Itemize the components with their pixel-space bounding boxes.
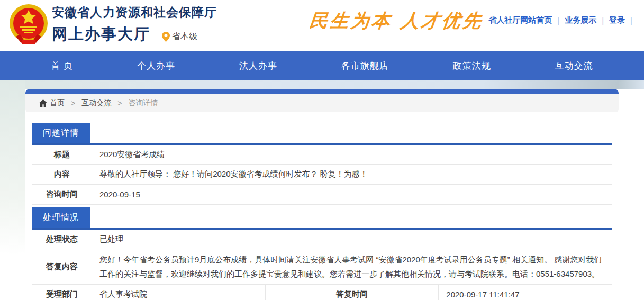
question-section-badge: 问题详情	[32, 123, 90, 143]
link-separator: |	[557, 16, 559, 25]
question-table: 标题 2020安徽省考成绩 内容 尊敬的人社厅领导： 您好！请问2020安徽省考…	[32, 143, 612, 205]
region-indicator[interactable]: 省本级	[162, 31, 197, 42]
panel-top-bar	[25, 89, 619, 94]
breadcrumb-interaction[interactable]: 互动交流	[81, 98, 111, 108]
region-label: 省本级	[172, 31, 197, 42]
table-row: 受理部门 省人事考试院 答复时间 2020-09-17 11:41:47	[32, 285, 612, 300]
reply-value: 您好！今年省考公务员预计9月底公布成绩，具体时间请关注安徽省人事考试网 “安徽省…	[92, 249, 612, 285]
process-table: 处理状态 已处理 答复内容 您好！今年省考公务员预计9月底公布成绩，具体时间请关…	[32, 228, 612, 300]
location-pin-icon	[162, 32, 170, 42]
dept-value: 省人事考试院	[92, 285, 266, 300]
main-nav: 首 页 个人办事 法人办事 各市旗舰店 政策法规 互动交流	[0, 51, 644, 80]
status-value: 已处理	[92, 229, 612, 249]
background-watermark-left	[0, 80, 25, 255]
nav-item-home[interactable]: 首 页	[51, 60, 73, 72]
nav-item-legal[interactable]: 法人办事	[239, 60, 277, 72]
table-row: 咨询时间 2020-09-15	[32, 185, 612, 205]
national-emblem-logo	[8, 4, 49, 46]
slogan-calligraphy: 民生为本 人才优先	[309, 8, 485, 33]
table-row: 标题 2020安徽省考成绩	[32, 144, 612, 165]
reply-time-value: 2020-09-17 11:41:47	[439, 285, 612, 300]
nav-item-interaction[interactable]: 互动交流	[555, 60, 593, 72]
row-label: 内容	[32, 165, 92, 185]
breadcrumb-current: 咨询详情	[128, 98, 158, 108]
process-section-badge: 处理情况	[32, 207, 90, 228]
row-label: 标题	[32, 144, 92, 165]
row-value: 尊敬的人社厅领导： 您好！请问2020安徽省考成绩何时发布？ 盼复！为感！	[92, 165, 612, 185]
row-value: 2020安徽省考成绩	[92, 144, 612, 165]
breadcrumb-home[interactable]: 首页	[50, 98, 65, 108]
nav-item-city-stores[interactable]: 各市旗舰店	[341, 60, 389, 72]
row-label: 受理部门	[32, 285, 92, 300]
breadcrumb-separator: >	[117, 99, 122, 107]
nav-item-personal[interactable]: 个人办事	[137, 60, 175, 72]
row-label: 咨询时间	[32, 185, 92, 205]
breadcrumb: 首页 > 互动交流 > 咨询详情	[25, 94, 619, 112]
table-row: 答复内容 您好！今年省考公务员预计9月底公布成绩，具体时间请关注安徽省人事考试网…	[32, 249, 612, 285]
nav-item-policy[interactable]: 政策法规	[453, 60, 491, 72]
row-value: 2020-09-15	[92, 185, 612, 205]
table-row: 处理状态 已处理	[32, 229, 612, 249]
site-title-block: 安徽省人力资源和社会保障厅 网上办事大厅 省本级	[52, 4, 217, 45]
content-panel: 首页 > 互动交流 > 咨询详情 问题详情 标题 2020安徽省考成绩 内容 尊…	[25, 89, 619, 300]
link-business[interactable]: 业务展示	[565, 15, 596, 25]
row-label: 答复内容	[32, 249, 92, 285]
hall-name: 网上办事大厅	[52, 24, 150, 45]
home-icon	[39, 99, 47, 107]
site-header: 安徽省人力资源和社会保障厅 网上办事大厅 省本级 民生为本 人才优先 省人社厅网…	[0, 0, 644, 51]
breadcrumb-separator: >	[71, 99, 75, 107]
panel-content: 问题详情 标题 2020安徽省考成绩 内容 尊敬的人社厅领导： 您好！请问202…	[25, 112, 619, 300]
link-separator: |	[602, 16, 604, 25]
link-site-home[interactable]: 省人社厅网站首页	[488, 15, 552, 25]
top-links: 省人社厅网站首页 | 业务展示 | 登录 |	[488, 15, 638, 25]
link-separator: |	[630, 16, 632, 25]
org-name: 安徽省人力资源和社会保障厅	[52, 4, 217, 21]
link-login[interactable]: 登录	[609, 15, 625, 25]
table-row: 内容 尊敬的人社厅领导： 您好！请问2020安徽省考成绩何时发布？ 盼复！为感！	[32, 165, 612, 185]
background-watermark-strip	[0, 80, 644, 89]
row-label: 答复时间	[265, 285, 439, 300]
row-label: 处理状态	[32, 229, 92, 249]
